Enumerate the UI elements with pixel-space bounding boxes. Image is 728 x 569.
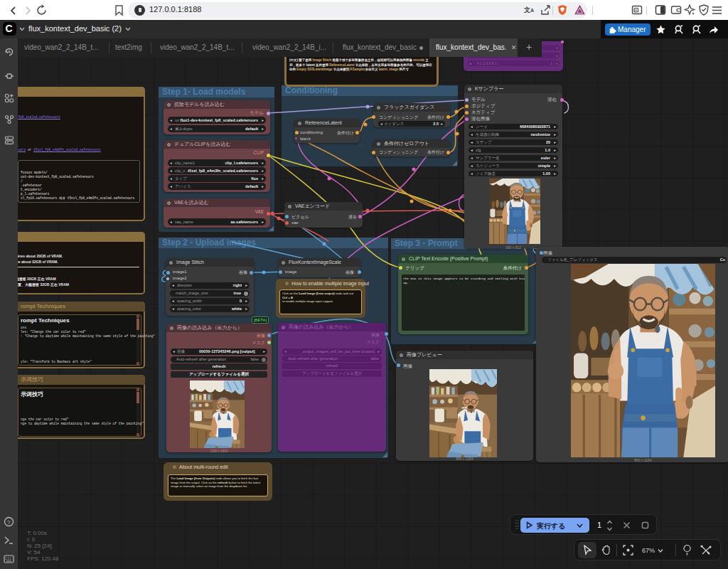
- svg-text:?: ?: [7, 519, 11, 526]
- svg-text:a: a: [635, 8, 637, 12]
